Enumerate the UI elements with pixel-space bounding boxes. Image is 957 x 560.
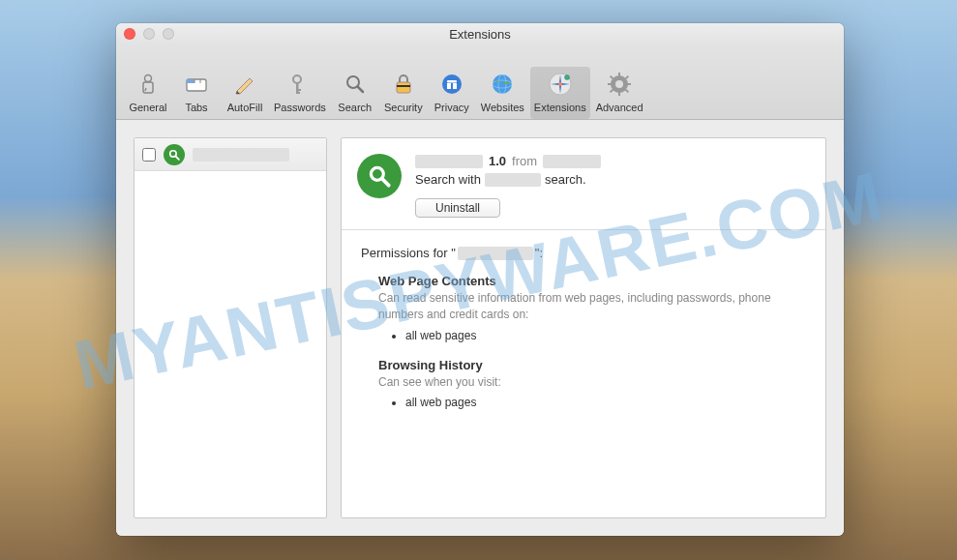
extension-icon <box>357 154 402 198</box>
permission-description: Can read sensitive information from web … <box>378 290 806 323</box>
toolbar: General Tabs AutoFill Passwords Search <box>116 44 844 120</box>
privacy-icon <box>438 71 465 98</box>
extensions-list <box>134 137 327 518</box>
permission-heading: Web Page Contents <box>378 274 806 288</box>
tab-privacy[interactable]: Privacy <box>429 67 475 119</box>
svg-rect-14 <box>397 85 410 87</box>
tab-passwords[interactable]: Passwords <box>270 67 330 119</box>
extensions-icon <box>547 71 574 98</box>
preferences-window: Extensions General Tabs AutoFill Passwor… <box>116 23 844 536</box>
advanced-icon <box>606 71 633 98</box>
close-button[interactable] <box>124 28 135 40</box>
tab-websites[interactable]: Websites <box>477 67 528 119</box>
permission-list: all web pages <box>405 329 806 342</box>
extension-version: 1.0 <box>489 154 506 168</box>
extension-header-text: 1.0 from Search with search. Uninstall <box>415 154 810 218</box>
svg-line-40 <box>382 179 389 186</box>
tab-search[interactable]: Search <box>332 67 378 119</box>
maximize-button[interactable] <box>163 28 174 40</box>
svg-rect-30 <box>618 92 620 96</box>
svg-rect-31 <box>608 83 612 85</box>
svg-rect-1 <box>143 82 153 93</box>
svg-line-2 <box>145 88 146 91</box>
tab-general[interactable]: General <box>125 67 171 119</box>
tab-label: Websites <box>481 102 524 113</box>
uninstall-button[interactable]: Uninstall <box>415 198 500 218</box>
permissions-prefix: Permissions for " <box>361 246 456 260</box>
desc-prefix: Search with <box>415 172 481 187</box>
tab-label: Passwords <box>274 102 326 113</box>
search-icon <box>342 71 369 98</box>
extension-enable-checkbox[interactable] <box>142 148 156 162</box>
extension-title-row: 1.0 from <box>415 154 810 168</box>
svg-line-38 <box>175 156 179 160</box>
svg-rect-17 <box>447 83 451 89</box>
tab-label: Tabs <box>185 102 207 113</box>
security-icon <box>390 71 417 98</box>
tab-autofill[interactable]: AutoFill <box>222 67 268 119</box>
tab-label: Extensions <box>534 102 586 113</box>
tab-tabs[interactable]: Tabs <box>173 67 220 119</box>
svg-rect-16 <box>447 80 457 83</box>
extension-list-item[interactable] <box>135 138 326 171</box>
extension-name-redacted <box>193 148 289 162</box>
tab-label: Security <box>384 102 423 113</box>
websites-icon <box>489 71 516 98</box>
extension-item-icon <box>164 144 185 165</box>
window-controls <box>124 28 174 40</box>
svg-line-12 <box>357 87 363 93</box>
svg-rect-32 <box>627 83 631 85</box>
permission-item: all web pages <box>405 329 806 342</box>
tab-label: AutoFill <box>227 102 263 113</box>
titlebar: Extensions <box>116 23 844 44</box>
content-area: 1.0 from Search with search. Uninstall P… <box>116 120 844 536</box>
svg-point-15 <box>442 74 462 94</box>
permission-heading: Browsing History <box>378 358 806 372</box>
permissions-section: Permissions for " ": Web Page Contents C… <box>342 230 825 517</box>
desc-suffix: search. <box>545 172 586 187</box>
svg-rect-4 <box>187 79 194 83</box>
minimize-button[interactable] <box>143 28 155 40</box>
svg-point-26 <box>566 75 568 77</box>
passwords-icon <box>286 71 314 98</box>
permission-group: Web Page Contents Can read sensitive inf… <box>378 274 806 342</box>
permissions-name-redacted <box>458 247 533 260</box>
permission-description: Can see when you visit: <box>378 374 806 391</box>
svg-rect-13 <box>397 82 410 93</box>
permission-item: all web pages <box>405 396 806 409</box>
permission-group: Browsing History Can see when you visit:… <box>378 358 806 410</box>
tab-label: General <box>129 102 166 113</box>
desc-name-redacted <box>485 173 541 187</box>
svg-point-7 <box>293 75 301 83</box>
tab-label: Search <box>338 102 372 113</box>
extension-name-redacted <box>415 155 483 168</box>
permission-list: all web pages <box>405 396 806 409</box>
extension-description: Search with search. <box>415 172 810 187</box>
tab-extensions[interactable]: Extensions <box>530 67 590 119</box>
tab-advanced[interactable]: Advanced <box>592 67 647 119</box>
from-label: from <box>512 154 537 168</box>
extension-header: 1.0 from Search with search. Uninstall <box>342 138 825 230</box>
extension-author-redacted <box>543 155 601 168</box>
tab-security[interactable]: Security <box>380 67 427 119</box>
svg-rect-18 <box>453 83 457 89</box>
svg-point-0 <box>145 75 152 82</box>
svg-rect-10 <box>296 92 300 94</box>
permissions-title: Permissions for " ": <box>361 246 806 260</box>
svg-rect-29 <box>618 73 620 76</box>
svg-point-19 <box>493 74 512 94</box>
permissions-suffix: ": <box>535 246 543 260</box>
extension-detail: 1.0 from Search with search. Uninstall P… <box>341 137 826 518</box>
svg-point-23 <box>558 82 562 86</box>
tabs-icon <box>183 71 210 98</box>
svg-rect-9 <box>296 89 301 91</box>
tab-label: Privacy <box>434 102 469 113</box>
window-title: Extensions <box>116 27 844 42</box>
svg-point-28 <box>615 80 623 88</box>
autofill-icon <box>231 71 258 98</box>
tab-label: Advanced <box>596 102 643 113</box>
general-icon <box>135 71 162 98</box>
